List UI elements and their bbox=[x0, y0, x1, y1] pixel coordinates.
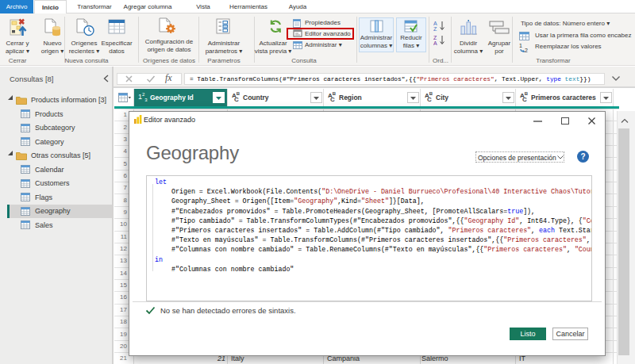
svg-text:1: 1 bbox=[519, 43, 522, 48]
svg-text:Z: Z bbox=[433, 35, 437, 40]
svg-text:A: A bbox=[433, 21, 437, 26]
svg-text:A: A bbox=[433, 40, 437, 46]
svg-text:2: 2 bbox=[525, 48, 528, 52]
svg-text:Z: Z bbox=[433, 26, 437, 32]
